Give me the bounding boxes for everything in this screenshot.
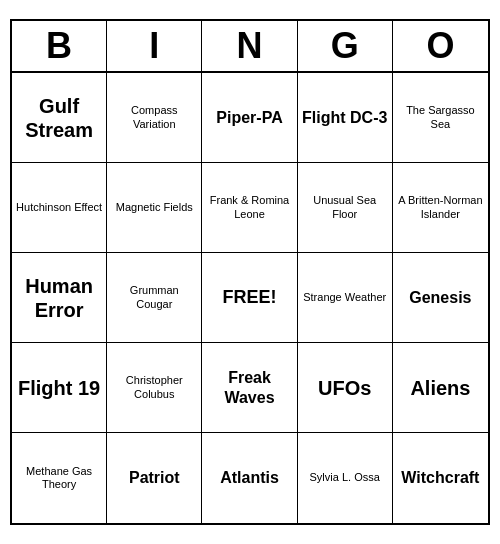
bingo-free-cell: FREE! <box>202 253 297 343</box>
bingo-cell: Aliens <box>393 343 488 433</box>
bingo-cell: Witchcraft <box>393 433 488 523</box>
bingo-cell: Flight DC-3 <box>298 73 393 163</box>
bingo-cell: UFOs <box>298 343 393 433</box>
bingo-cell: Human Error <box>12 253 107 343</box>
bingo-header-letter: I <box>107 21 202 71</box>
bingo-cell: Strange Weather <box>298 253 393 343</box>
bingo-cell: Freak Waves <box>202 343 297 433</box>
bingo-cell: Piper-PA <box>202 73 297 163</box>
bingo-cell: Methane Gas Theory <box>12 433 107 523</box>
bingo-cell: Hutchinson Effect <box>12 163 107 253</box>
bingo-cell: Grumman Cougar <box>107 253 202 343</box>
bingo-header-letter: N <box>202 21 297 71</box>
bingo-cell: Gulf Stream <box>12 73 107 163</box>
bingo-cell: Christopher Colubus <box>107 343 202 433</box>
bingo-header-letter: B <box>12 21 107 71</box>
bingo-cell: Patriot <box>107 433 202 523</box>
bingo-cell: Magnetic Fields <box>107 163 202 253</box>
bingo-cell: Frank & Romina Leone <box>202 163 297 253</box>
bingo-cell: Sylvia L. Ossa <box>298 433 393 523</box>
bingo-header: BINGO <box>12 21 488 73</box>
bingo-header-letter: G <box>298 21 393 71</box>
bingo-cell: Compass Variation <box>107 73 202 163</box>
bingo-header-letter: O <box>393 21 488 71</box>
bingo-cell: Atlantis <box>202 433 297 523</box>
bingo-cell: Flight 19 <box>12 343 107 433</box>
bingo-card: BINGO Gulf StreamCompass VariationPiper-… <box>10 19 490 525</box>
bingo-cell: Unusual Sea Floor <box>298 163 393 253</box>
bingo-grid: Gulf StreamCompass VariationPiper-PAFlig… <box>12 73 488 523</box>
bingo-cell: The Sargasso Sea <box>393 73 488 163</box>
bingo-cell: Genesis <box>393 253 488 343</box>
bingo-cell: A Britten-Norman Islander <box>393 163 488 253</box>
